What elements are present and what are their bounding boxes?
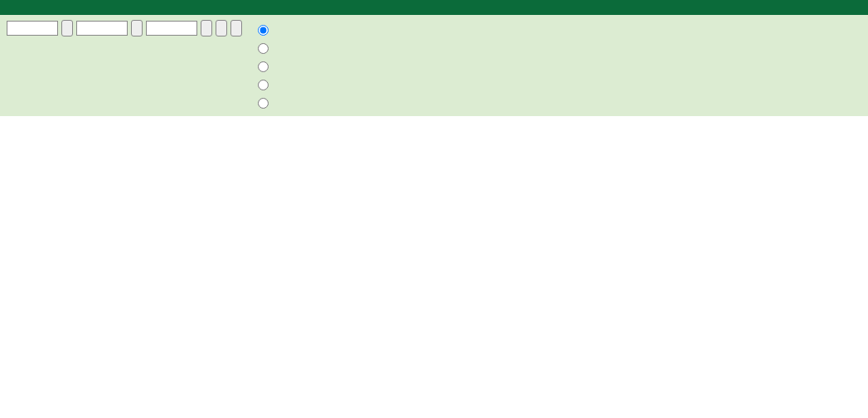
delete-input[interactable] [76, 21, 128, 36]
insert-input[interactable] [7, 21, 58, 36]
toolbar [7, 20, 242, 36]
delete-button[interactable] [131, 20, 143, 36]
find-input[interactable] [146, 21, 197, 36]
degree-radio-3[interactable] [258, 25, 269, 36]
clear-button[interactable] [230, 20, 242, 36]
print-button[interactable] [216, 20, 227, 36]
insert-button[interactable] [61, 20, 73, 36]
degree-radio-5[interactable] [258, 61, 269, 72]
tree-canvas [0, 116, 868, 382]
degree-radio-7[interactable] [258, 98, 269, 109]
degree-radio-4[interactable] [258, 43, 269, 54]
page-header [0, 0, 868, 15]
find-button[interactable] [201, 20, 212, 36]
degree-radios [254, 20, 274, 111]
degree-radio-6[interactable] [258, 80, 269, 90]
tree-edges [0, 116, 868, 382]
controls-panel [0, 15, 868, 116]
